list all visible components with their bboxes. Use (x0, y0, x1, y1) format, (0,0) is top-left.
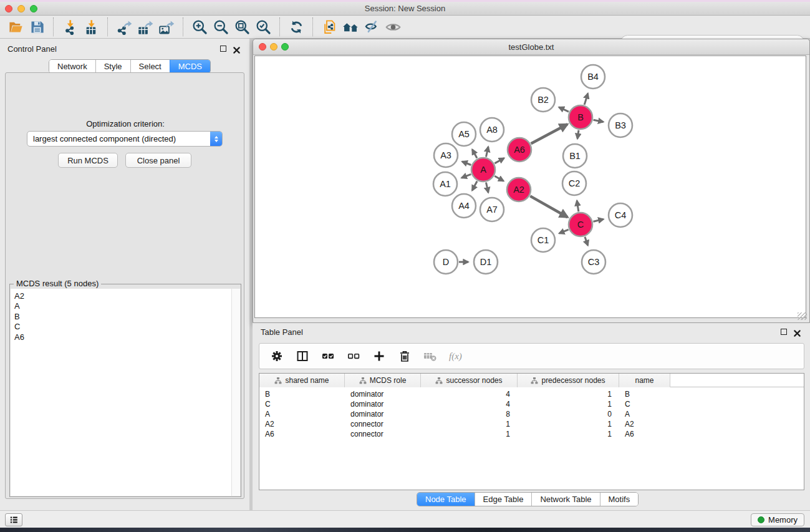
cell-predecessor-nodes[interactable]: 1 (518, 430, 619, 438)
graph-edge-A-A7[interactable] (486, 183, 488, 193)
table-row[interactable]: A2connector11A2 (259, 419, 804, 429)
import-network-button[interactable] (59, 17, 80, 37)
graph-edge-C-C4[interactable] (593, 219, 603, 221)
cell-mcds-role[interactable]: dominator (345, 390, 421, 399)
zoom-in-button[interactable] (189, 17, 210, 37)
graph-node-D1[interactable]: D1 (474, 250, 498, 274)
column-header-successor-nodes[interactable]: successor nodes (421, 374, 518, 387)
graph-node-A8[interactable]: A8 (480, 118, 504, 142)
import-table-button[interactable] (80, 17, 102, 37)
graph-edge-A2-C[interactable] (530, 196, 567, 217)
column-header-mcds-role[interactable]: MCDS role (345, 374, 421, 387)
mcds-result-list[interactable]: A2ABCA6 (11, 289, 240, 496)
graph-edge-B-B2[interactable] (559, 107, 569, 112)
tab-edge-table[interactable]: Edge Table (475, 493, 532, 506)
graph-node-C2[interactable]: C2 (562, 172, 586, 195)
graph-edge-A-A3[interactable] (462, 162, 471, 165)
mcds-result-item[interactable]: A2 (14, 291, 228, 301)
function-builder-button[interactable]: f(x) (447, 347, 465, 365)
graph-node-A7[interactable]: A7 (480, 198, 504, 221)
memory-button[interactable]: Memory (751, 513, 804, 526)
cell-predecessor-nodes[interactable]: 1 (518, 420, 619, 428)
duplicate-network-button[interactable] (319, 17, 340, 37)
mcds-result-item[interactable]: C (14, 322, 228, 332)
graph-node-A1[interactable]: A1 (433, 172, 457, 196)
save-session-button[interactable] (26, 17, 47, 37)
graph-edge-B-B3[interactable] (594, 120, 604, 122)
graph-edge-C-C1[interactable] (559, 230, 569, 233)
close-table-panel-icon[interactable] (794, 328, 801, 339)
cell-shared-name[interactable]: C (259, 400, 345, 409)
graph-node-C3[interactable]: C3 (582, 250, 605, 274)
graph-edge-A-A1[interactable] (461, 174, 471, 178)
mcds-result-item[interactable]: A (14, 301, 228, 311)
export-image-button[interactable] (156, 17, 177, 37)
hide-graphics-button[interactable] (361, 17, 382, 37)
graph-edge-A-A8[interactable] (486, 147, 488, 157)
tab-mcds[interactable]: MCDS (170, 60, 210, 73)
tab-style[interactable]: Style (95, 60, 130, 73)
cell-name[interactable]: C (619, 400, 670, 409)
graph-node-A[interactable]: A (471, 158, 495, 181)
cell-shared-name[interactable]: A6 (259, 430, 345, 438)
graph-node-B[interactable]: B (569, 105, 592, 129)
tab-node-table[interactable]: Node Table (417, 493, 475, 506)
cell-successor-nodes[interactable]: 1 (421, 420, 518, 428)
open-file-button[interactable] (5, 17, 26, 37)
delete-table-button[interactable] (422, 347, 439, 365)
graph-node-A3[interactable]: A3 (434, 143, 458, 167)
export-table-button[interactable] (135, 17, 156, 37)
zoom-fit-button[interactable] (231, 17, 253, 37)
graph-node-D[interactable]: D (434, 250, 458, 274)
cell-mcds-role[interactable]: connector (345, 420, 421, 428)
scrollbar-track[interactable] (231, 289, 240, 496)
graph-edge-B-B1[interactable] (577, 130, 579, 139)
cell-shared-name[interactable]: A2 (259, 420, 345, 428)
close-panel-button[interactable]: Close panel (125, 153, 191, 168)
cell-predecessor-nodes[interactable]: 1 (518, 390, 619, 399)
show-eye-button[interactable] (382, 17, 403, 37)
optimization-criterion-select[interactable]: largest connected component (directed) (27, 131, 223, 147)
tab-motifs[interactable]: Motifs (600, 493, 639, 506)
graph-node-A6[interactable]: A6 (508, 138, 531, 162)
cell-successor-nodes[interactable]: 8 (421, 410, 518, 418)
window-resize-grip[interactable] (798, 312, 807, 320)
cell-shared-name[interactable]: B (259, 390, 345, 399)
cell-shared-name[interactable]: A (259, 410, 345, 418)
graph-node-A4[interactable]: A4 (452, 194, 476, 218)
column-header-name[interactable]: name (619, 374, 670, 387)
graph-node-C4[interactable]: C4 (609, 203, 632, 227)
refresh-button[interactable] (286, 17, 307, 37)
graph-edge-C-C2[interactable] (577, 201, 579, 212)
column-chooser-button[interactable] (294, 347, 311, 365)
graph-edge-A-A5[interactable] (472, 150, 477, 158)
column-header-shared-name[interactable]: shared name (259, 374, 345, 387)
deselect-all-button[interactable] (345, 347, 362, 365)
select-all-button[interactable] (319, 347, 337, 365)
graph-node-C1[interactable]: C1 (531, 228, 555, 252)
graph-edge-A6-B[interactable] (531, 124, 567, 143)
tab-network[interactable]: Network (49, 60, 95, 73)
cell-successor-nodes[interactable]: 4 (421, 390, 518, 399)
delete-column-button[interactable] (396, 347, 413, 365)
graph-edge-A-A6[interactable] (494, 158, 504, 163)
run-mcds-button[interactable]: Run MCDS (58, 153, 118, 168)
graph-edge-A-A2[interactable] (494, 176, 503, 181)
settings-gear-button[interactable] (268, 347, 286, 365)
mcds-result-item[interactable]: A6 (14, 332, 228, 342)
graph-node-B3[interactable]: B3 (609, 114, 632, 137)
mcds-result-item[interactable]: B (14, 312, 228, 322)
cell-mcds-role[interactable]: dominator (345, 410, 421, 418)
add-column-button[interactable] (370, 347, 388, 365)
cell-name[interactable]: A (619, 410, 670, 418)
network-canvas[interactable]: A5A8A3A6AA1A2A4A7B2B4BB3B1C2CC4C1C3DD1 (254, 56, 806, 318)
home-view-button[interactable] (340, 17, 361, 37)
cell-successor-nodes[interactable]: 4 (421, 400, 518, 409)
task-history-button[interactable] (5, 513, 22, 526)
table-row[interactable]: Bdominator41B (259, 389, 804, 399)
graph-edge-A-A4[interactable] (472, 181, 477, 191)
cell-predecessor-nodes[interactable]: 1 (518, 400, 619, 409)
cell-predecessor-nodes[interactable]: 0 (518, 410, 619, 418)
zoom-selected-button[interactable] (253, 17, 274, 37)
column-header-predecessor-nodes[interactable]: predecessor nodes (518, 374, 619, 387)
